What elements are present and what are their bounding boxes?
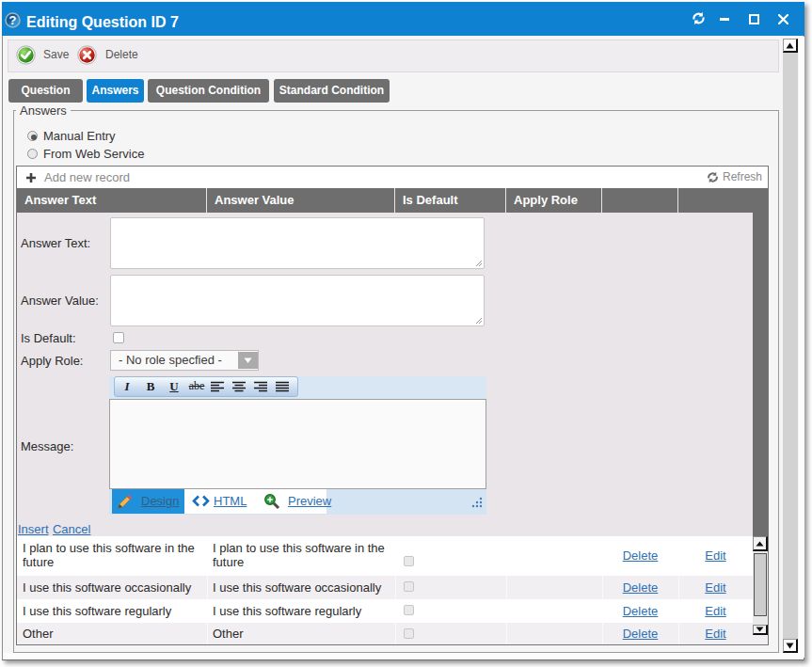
svg-text:?: ? bbox=[9, 13, 17, 27]
